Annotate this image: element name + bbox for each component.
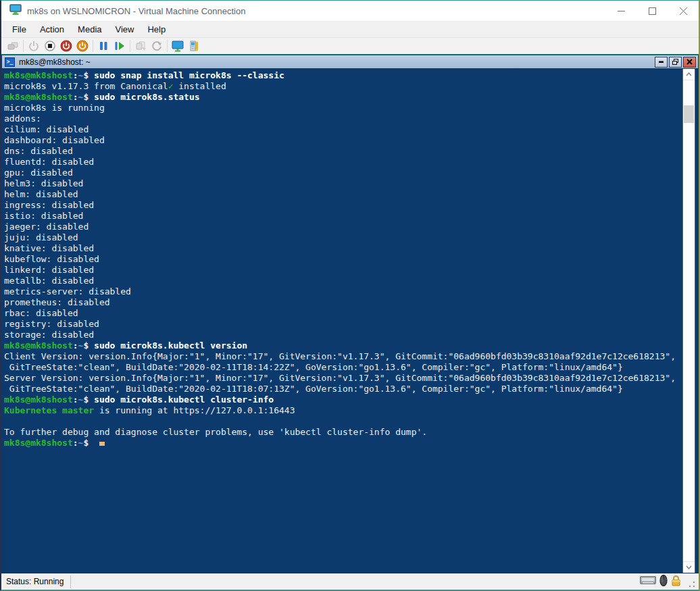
terminal-line (4, 416, 682, 427)
menu-help[interactable]: Help (141, 23, 172, 36)
menu-media[interactable]: Media (71, 23, 108, 36)
lock-icon (671, 575, 681, 589)
vm-connection-window: mk8s on WSLNOMICRON - Virtual Machine Co… (0, 0, 700, 591)
scroll-down-icon[interactable] (683, 561, 695, 573)
terminal-line: Kubernetes master is running at https://… (4, 405, 682, 416)
scrollbar-thumb[interactable] (684, 105, 694, 123)
terminal-line: gpu: disabled (4, 168, 682, 178)
status-separator (70, 575, 71, 588)
terminal-cursor (99, 442, 105, 446)
terminal-line: prometheus: disabled (4, 297, 682, 308)
revert-icon[interactable] (149, 38, 165, 53)
terminal-line: jaeger: disabled (4, 222, 682, 232)
status-bar: Status: Running (1, 573, 699, 590)
terminal-line: microk8s v1.17.3 from Canonical✓ install… (4, 81, 682, 92)
terminal-line: microk8s is running (4, 103, 682, 113)
window-titlebar: mk8s on WSLNOMICRON - Virtual Machine Co… (1, 1, 699, 22)
mouse-icon (659, 575, 668, 589)
resize-grip[interactable] (687, 580, 696, 589)
menu-action[interactable]: Action (33, 23, 71, 36)
terminal-line: metallb: disabled (4, 276, 682, 286)
terminal-line: mk8s@mk8shost:~$ sudo microk8s.kubectl v… (4, 340, 682, 351)
devices-icon[interactable] (186, 38, 202, 53)
checkpoint-icon[interactable] (132, 38, 149, 53)
save-state-icon[interactable] (74, 38, 91, 53)
shut-down-icon[interactable] (58, 38, 74, 53)
hyperv-vm-icon (9, 4, 22, 18)
terminal-line: ingress: disabled (4, 200, 682, 211)
status-label: Status: Running (6, 577, 64, 586)
ctrl-alt-delete-icon[interactable] (5, 38, 21, 53)
toolbar-separator (23, 40, 24, 52)
terminal-line: mk8s@mk8shost:~$ sudo snap install micro… (4, 70, 682, 81)
terminal-line: GitTreeState:"clean", BuildDate:"2020-02… (4, 362, 682, 373)
turn-off-icon[interactable] (42, 38, 58, 53)
terminal-line: dashboard: disabled (4, 135, 682, 146)
enhanced-session-icon[interactable] (170, 38, 186, 53)
window-controls (605, 1, 699, 21)
minimize-button[interactable] (605, 1, 636, 21)
terminal-line: mk8s@mk8shost:~$ sudo microk8s.kubectl c… (4, 394, 682, 405)
terminal-line: registry: disabled (4, 319, 682, 330)
terminal-line: fluentd: disabled (4, 157, 682, 168)
terminal-line: dns: disabled (4, 146, 682, 157)
terminal-line: mk8s@mk8shost:~$ sudo microk8s.status (4, 92, 682, 103)
terminal-line: To further debug and diagnose cluster pr… (4, 427, 682, 438)
terminal-restore-button[interactable] (669, 57, 682, 68)
terminal-title: mk8s@mk8shost: ~ (19, 57, 91, 67)
terminal-line: Client Version: version.Info{Major:"1", … (4, 351, 682, 362)
toolbar-separator (167, 40, 168, 52)
terminal-line: Server Version: version.Info{Major:"1", … (4, 373, 682, 384)
start-icon[interactable] (26, 38, 42, 53)
toolbar (1, 37, 699, 54)
terminal-line: juju: disabled (4, 232, 682, 243)
terminal-line: kubeflow: disabled (4, 254, 682, 265)
terminal-line: storage: disabled (4, 330, 682, 340)
terminal-minimize-button[interactable] (655, 57, 668, 68)
window-title: mk8s on WSLNOMICRON - Virtual Machine Co… (27, 6, 245, 16)
terminal-line: istio: disabled (4, 211, 682, 222)
maximize-button[interactable] (636, 1, 668, 21)
terminal-line: helm: disabled (4, 189, 682, 200)
terminal-line: mk8s@mk8shost:~$ (4, 438, 682, 448)
terminal-scrollbar[interactable] (682, 69, 695, 573)
terminal-line: rbac: disabled (4, 308, 682, 319)
terminal-screen[interactable]: mk8s@mk8shost:~$ sudo snap install micro… (2, 69, 698, 573)
menu-view[interactable]: View (109, 23, 141, 36)
terminal-line: helm3: disabled (4, 178, 682, 189)
menu-bar: File Action Media View Help (1, 22, 699, 37)
scroll-up-icon[interactable] (683, 69, 695, 80)
terminal-line: metrics-server: disabled (4, 286, 682, 297)
terminal-line: linkerd: disabled (4, 265, 682, 276)
terminal-icon: >_ (5, 57, 15, 67)
terminal-line: addons: (4, 113, 682, 124)
terminal-window: >_ mk8s@mk8shost: ~ mk8s@mk8shost:~$ sud (1, 55, 699, 573)
terminal-close-button[interactable] (683, 57, 696, 68)
pause-icon[interactable] (95, 38, 111, 53)
terminal-line: cilium: disabled (4, 124, 682, 135)
reset-icon[interactable] (111, 38, 128, 53)
keyboard-icon (640, 575, 656, 588)
menu-file[interactable]: File (5, 23, 33, 36)
terminal-line: knative: disabled (4, 243, 682, 254)
terminal-line: GitTreeState:"clean", BuildDate:"2020-02… (4, 384, 682, 394)
terminal-titlebar[interactable]: >_ mk8s@mk8shost: ~ (2, 55, 698, 69)
toolbar-separator (93, 40, 93, 52)
close-button[interactable] (668, 1, 699, 21)
toolbar-separator (130, 40, 130, 52)
terminal-output: mk8s@mk8shost:~$ sudo snap install micro… (2, 69, 682, 573)
